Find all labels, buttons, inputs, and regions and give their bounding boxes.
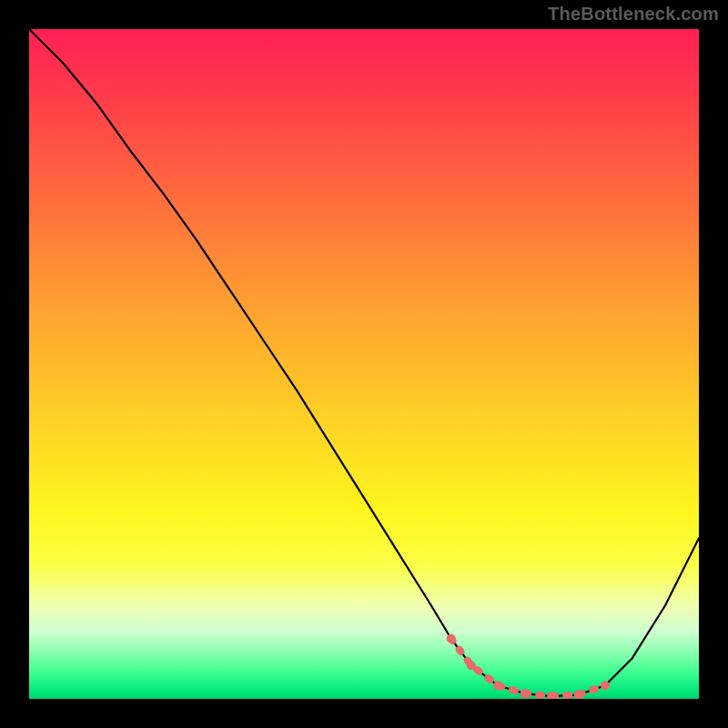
optimal-zone-dot bbox=[493, 681, 502, 690]
optimal-zone-dot bbox=[601, 681, 610, 690]
curve-svg bbox=[29, 29, 699, 699]
optimal-zone-dot bbox=[521, 689, 530, 698]
optimal-zone-dot bbox=[467, 661, 476, 670]
plot-area bbox=[29, 29, 699, 699]
bottleneck-curve bbox=[29, 29, 699, 696]
watermark-text: TheBottleneck.com bbox=[548, 4, 719, 25]
chart-frame: TheBottleneck.com bbox=[0, 0, 728, 728]
optimal-zone-dot bbox=[447, 634, 456, 643]
optimal-zone-dots bbox=[447, 634, 610, 699]
